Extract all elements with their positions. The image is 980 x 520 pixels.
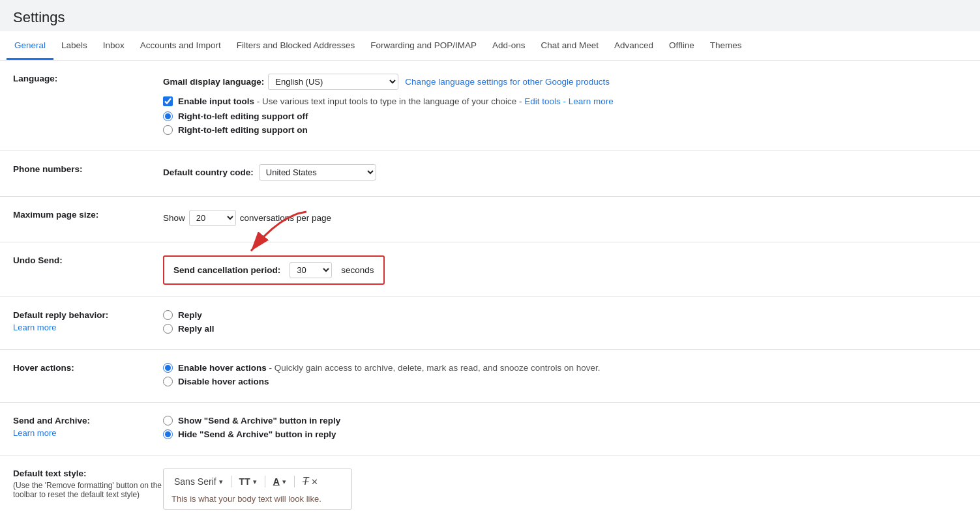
default-reply-section: Default reply behavior: Learn more Reply… [0,297,980,350]
font-size-dropdown-icon: ▾ [253,478,257,486]
font-size-icon: TT [239,476,250,487]
country-code-select[interactable]: United States [259,164,376,181]
send-archive-section: Send and Archive: Learn more Show "Send … [0,403,980,455]
conversations-per-page-label: conversations per page [240,213,331,223]
rtl-on-label: Right-to-left editing support on [178,125,308,135]
hide-send-archive-radio[interactable] [163,429,173,439]
default-reply-control: Reply Reply all [163,309,967,338]
page-size-select[interactable]: 20 10 15 25 50 100 [189,210,236,226]
rtl-off-radio[interactable] [163,111,173,121]
undo-send-control: Send cancellation period: 30 5 10 20 sec… [163,254,967,285]
language-label: Language: [13,72,163,83]
phone-numbers-label: Phone numbers: [13,163,163,174]
send-archive-label: Send and Archive: Learn more [13,414,163,438]
send-archive-learn-more[interactable]: Learn more [13,428,163,438]
reply-radio[interactable] [163,310,173,320]
tab-filters[interactable]: Filters and Blocked Addresses [229,31,363,60]
font-color-icon: A [273,476,280,487]
max-page-size-section: Maximum page size: Show 20 10 15 25 50 1… [0,197,980,242]
tab-inbox[interactable]: Inbox [95,31,132,60]
rtl-on-radio[interactable] [163,125,173,135]
toolbar-divider-1 [231,476,231,487]
enable-input-tools-label: Enable input tools - Use various text in… [178,96,614,106]
edit-tools-link[interactable]: Edit tools [524,96,561,106]
font-family-label: Sans Serif [174,476,216,487]
enable-hover-label: Enable hover actions - Quickly gain acce… [178,363,601,373]
undo-send-label: Undo Send: [13,254,163,265]
language-section: Language: Gmail display language: Englis… [0,61,980,151]
body-text-preview: This is what your body text will look li… [171,494,344,504]
tab-general[interactable]: General [7,31,53,60]
tab-addons[interactable]: Add-ons [484,31,533,60]
app-title: Settings [0,0,980,31]
language-control: Gmail display language: English (US) Cha… [163,72,967,139]
text-style-sublabel1: (Use the 'Remove formatting' button on t… [13,481,162,490]
hover-actions-label: Hover actions: [13,362,163,373]
phone-numbers-section: Phone numbers: Default country code: Uni… [0,151,980,197]
display-language-select[interactable]: English (US) [268,74,398,90]
change-language-link[interactable]: Change language settings for other Googl… [405,77,610,87]
font-size-button[interactable]: TT ▾ [237,475,260,488]
tab-forwarding[interactable]: Forwarding and POP/IMAP [363,31,484,60]
show-label: Show [163,213,185,223]
send-cancellation-period-label: Send cancellation period: [173,265,280,275]
tab-accounts-import[interactable]: Accounts and Import [132,31,229,60]
hover-actions-control: Enable hover actions - Quickly gain acce… [163,362,967,390]
font-color-button[interactable]: A ▾ [271,475,289,488]
tab-themes[interactable]: Themes [702,31,750,60]
seconds-label: seconds [341,265,374,275]
reply-label: Reply [178,310,202,320]
display-language-label: Gmail display language: [163,77,264,87]
text-style-toolbar: Sans Serif ▾ TT ▾ A ▾ T [163,469,352,510]
remove-formatting-button[interactable]: T ✕ [300,474,321,489]
phone-numbers-control: Default country code: United States [163,163,967,184]
enable-input-tools-checkbox[interactable] [163,96,173,106]
default-reply-learn-more[interactable]: Learn more [13,323,163,332]
hide-send-archive-label: Hide "Send & Archive" button in reply [178,429,336,439]
default-reply-label: Default reply behavior: Learn more [13,309,163,332]
enable-hover-radio[interactable] [163,363,173,373]
font-family-dropdown-icon: ▾ [219,478,223,486]
tabs-bar: General Labels Inbox Accounts and Import… [0,31,980,61]
cancellation-period-select[interactable]: 30 5 10 20 [290,262,332,278]
rtl-off-label: Right-to-left editing support off [178,111,308,121]
font-color-dropdown-icon: ▾ [282,478,286,486]
undo-send-section: Undo Send: Send cancellation period: 30 … [0,242,980,297]
remove-formatting-x: ✕ [311,477,318,487]
tab-offline[interactable]: Offline [661,31,702,60]
max-page-size-label: Maximum page size: [13,209,163,220]
toolbar-divider-2 [265,476,265,487]
country-code-label: Default country code: [163,167,254,177]
toolbar-divider-3 [294,476,295,487]
text-style-sublabel2: toolbar to reset the default text style) [13,490,140,499]
max-page-size-control: Show 20 10 15 25 50 100 conversations pe… [163,209,967,230]
show-send-archive-label: Show "Send & Archive" button in reply [178,416,340,426]
tab-chat-meet[interactable]: Chat and Meet [533,31,606,60]
settings-content: Language: Gmail display language: Englis… [0,61,980,520]
remove-formatting-icon: T [303,476,309,487]
disable-hover-radio[interactable] [163,377,173,386]
learn-more-link-language[interactable]: - Learn more [563,96,614,106]
tab-labels[interactable]: Labels [53,31,95,60]
reply-all-label: Reply all [178,324,215,334]
tab-advanced[interactable]: Advanced [606,31,661,60]
show-send-archive-radio[interactable] [163,416,173,426]
font-family-button[interactable]: Sans Serif ▾ [171,475,226,488]
default-text-style-section: Default text style: (Use the 'Remove for… [0,455,980,520]
reply-all-radio[interactable] [163,324,173,334]
send-archive-control: Show "Send & Archive" button in reply Hi… [163,414,967,443]
default-text-style-control: Sans Serif ▾ TT ▾ A ▾ T [163,467,967,510]
disable-hover-label: Disable hover actions [178,377,269,386]
hover-actions-section: Hover actions: Enable hover actions - Qu… [0,350,980,403]
default-text-style-label: Default text style: (Use the 'Remove for… [13,467,163,499]
